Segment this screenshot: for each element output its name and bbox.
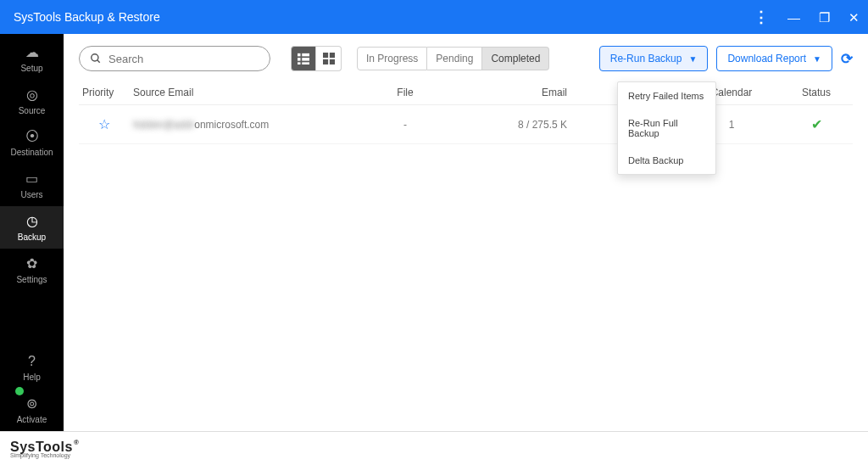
window-controls: ⋮ — ❐ ✕ — [754, 9, 860, 25]
col-priority: Priority — [79, 83, 130, 102]
gear-icon: ✿ — [0, 255, 64, 272]
footer: SysTools® Simplifying Technology — [0, 431, 868, 465]
sidebar-item-label: Activate — [17, 415, 47, 424]
grid-view-button[interactable] — [316, 46, 342, 71]
refresh-icon[interactable]: ⟳ — [841, 50, 853, 68]
app-title: SysTools Backup & Restore — [14, 10, 160, 24]
activate-icon: ⊚ — [0, 395, 64, 412]
svg-rect-8 — [323, 53, 328, 58]
sidebar-item-help[interactable]: ? Help — [0, 347, 64, 389]
sidebar-item-backup[interactable]: ◷ Backup — [0, 206, 64, 249]
status-tabs: In Progress Pending Completed — [357, 47, 549, 70]
dropdown-item-retry[interactable]: Retry Failed Items — [618, 82, 715, 109]
sidebar-item-label: Backup — [18, 232, 46, 242]
tab-completed[interactable]: Completed — [482, 47, 549, 70]
grid-icon — [323, 53, 335, 64]
sidebar-item-label: Settings — [16, 275, 47, 284]
toolbar: In Progress Pending Completed Re-Run Bac… — [64, 34, 868, 80]
svg-line-1 — [97, 60, 100, 63]
view-toggle — [291, 46, 342, 71]
svg-rect-2 — [298, 53, 301, 57]
footer-brand: SysTools® — [10, 440, 78, 454]
cloud-icon: ☁ — [0, 44, 64, 60]
svg-rect-5 — [302, 58, 309, 61]
title-bar: SysTools Backup & Restore ⋮ — ❐ ✕ — [0, 0, 868, 34]
download-label: Download Report — [727, 53, 806, 64]
table-header: Priority Source Email File Email Documen… — [79, 80, 853, 105]
svg-rect-9 — [329, 53, 334, 58]
sidebar-item-label: Setup — [20, 64, 42, 73]
clock-icon: ◷ — [0, 213, 64, 229]
status-dot-icon — [15, 387, 24, 395]
sidebar-item-label: Destination — [10, 148, 53, 157]
source-blurred: hidden@addr — [133, 119, 194, 131]
chevron-down-icon: ▼ — [813, 54, 821, 64]
list-icon — [298, 53, 309, 64]
sidebar-item-setup[interactable]: ☁ Setup — [0, 37, 64, 80]
target-icon: ◎ — [0, 87, 64, 103]
search-input[interactable] — [108, 53, 259, 65]
sidebar-item-settings[interactable]: ✿ Settings — [0, 249, 64, 291]
results-table: Priority Source Email File Email Documen… — [64, 80, 868, 144]
maximize-icon[interactable]: ❐ — [819, 11, 830, 24]
close-icon[interactable]: ✕ — [849, 11, 860, 24]
sidebar-item-label: Users — [20, 190, 42, 199]
dropdown-item-delta[interactable]: Delta Backup — [618, 147, 715, 174]
table-row[interactable]: ☆ hidden@addronmicrosoft.com - 8 / 275.5… — [79, 105, 853, 144]
chevron-down-icon: ▼ — [688, 54, 697, 64]
svg-rect-7 — [302, 62, 309, 64]
list-view-button[interactable] — [291, 46, 316, 71]
dropdown-item-full[interactable]: Re-Run Full Backup — [618, 109, 715, 147]
sidebar-item-label: Help — [23, 373, 41, 382]
sidebar-item-label: Source — [19, 106, 46, 115]
help-icon: ? — [0, 354, 64, 369]
status-check-icon: ✔ — [782, 113, 850, 136]
location-icon: ⦿ — [0, 129, 64, 144]
main-area: In Progress Pending Completed Re-Run Bac… — [64, 34, 868, 431]
source-suffix: onmicrosoft.com — [194, 119, 269, 131]
tab-pending[interactable]: Pending — [427, 47, 482, 70]
cell-file: - — [350, 115, 460, 134]
col-source: Source Email — [130, 83, 350, 102]
sidebar-item-activate[interactable]: ⊚ Activate — [0, 389, 64, 431]
sidebar-item-destination[interactable]: ⦿ Destination — [0, 122, 64, 164]
sidebar-item-source[interactable]: ◎ Source — [0, 80, 64, 122]
svg-rect-6 — [298, 62, 301, 64]
cell-email: 8 / 275.5 K — [460, 115, 570, 134]
search-icon — [90, 53, 102, 64]
rerun-dropdown: Retry Failed Items Re-Run Full Backup De… — [617, 81, 716, 175]
col-email: Email — [460, 83, 570, 102]
rerun-backup-button[interactable]: Re-Run Backup ▼ — [599, 46, 709, 71]
col-file: File — [350, 83, 460, 102]
svg-rect-4 — [298, 58, 301, 61]
svg-rect-11 — [329, 59, 334, 64]
search-box[interactable] — [79, 46, 270, 71]
sidebar: ☁ Setup ◎ Source ⦿ Destination ▭ Users ◷… — [0, 34, 64, 431]
svg-point-0 — [92, 54, 98, 61]
user-icon: ▭ — [0, 171, 64, 187]
minimize-icon[interactable]: — — [787, 11, 800, 24]
col-status: Status — [782, 83, 850, 102]
priority-star-icon[interactable]: ☆ — [79, 113, 130, 136]
download-report-button[interactable]: Download Report ▼ — [716, 46, 832, 71]
svg-rect-10 — [323, 59, 328, 64]
rerun-label: Re-Run Backup — [610, 53, 682, 64]
svg-rect-3 — [302, 53, 309, 57]
sidebar-item-users[interactable]: ▭ Users — [0, 164, 64, 206]
kebab-menu-icon[interactable]: ⋮ — [754, 9, 769, 25]
tab-in-progress[interactable]: In Progress — [357, 47, 427, 70]
cell-source: hidden@addronmicrosoft.com — [130, 115, 350, 134]
